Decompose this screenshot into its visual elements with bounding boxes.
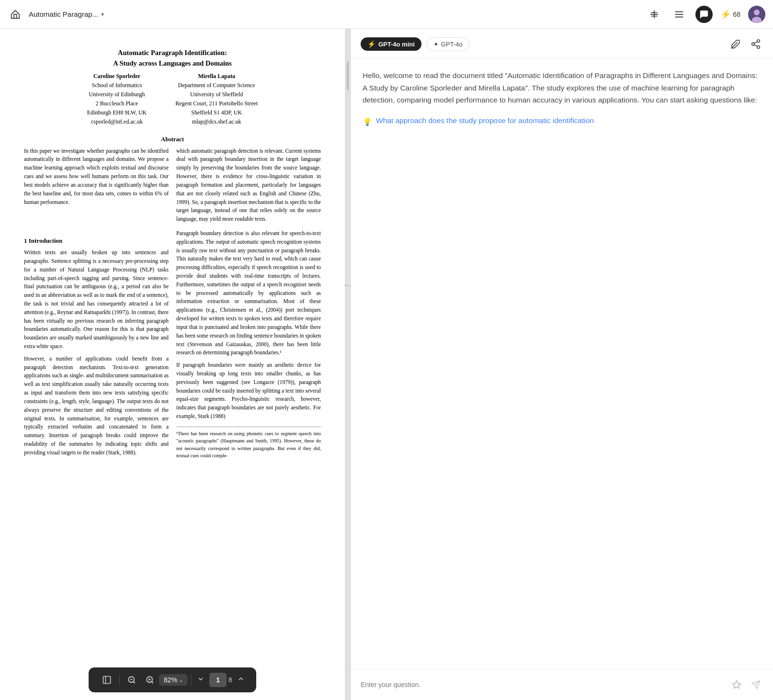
- document-title-area[interactable]: Automatic Paragrap... ▾: [29, 10, 104, 18]
- welcome-message: Hello, welcome to read the document titl…: [363, 69, 762, 106]
- gpt4o-button[interactable]: ✦ GPT-4o: [426, 37, 470, 51]
- chat-icon[interactable]: [695, 6, 713, 23]
- pdf-content[interactable]: Automatic Paragraph Identification: A St…: [0, 29, 345, 663]
- divider-handle: [347, 61, 349, 90]
- right-col-text3: If paragraph boundaries were mainly an a…: [176, 361, 321, 421]
- send-button[interactable]: [748, 677, 763, 692]
- total-pages: 8: [228, 676, 232, 684]
- svg-line-6: [134, 681, 135, 683]
- chat-panel: ⚡ GPT-4o mini ✦ GPT-4o Hello,: [351, 29, 773, 700]
- zoom-level[interactable]: 82% ⌄: [159, 674, 188, 686]
- chat-input-actions: [729, 677, 763, 692]
- chat-header: ⚡ GPT-4o mini ✦ GPT-4o: [351, 29, 773, 58]
- zoom-in-button[interactable]: [141, 673, 159, 687]
- chat-input-area: [351, 669, 773, 700]
- svg-line-9: [152, 681, 153, 683]
- star-icon: ✦: [433, 41, 439, 48]
- suggestion-text: What approach does the study propose for…: [376, 115, 594, 127]
- footnote: ¹There has been research on using phonet…: [176, 427, 321, 460]
- chat-suggestion[interactable]: 💡 What approach does the study propose f…: [363, 115, 762, 128]
- abstract-right-col: which automatic paragraph detection is r…: [176, 147, 321, 224]
- zoom-out-button[interactable]: [123, 673, 141, 687]
- home-icon[interactable]: [8, 7, 23, 22]
- sidebar-toggle-button[interactable]: [97, 672, 116, 688]
- svg-rect-3: [103, 677, 111, 684]
- svg-line-17: [754, 42, 757, 44]
- intro-body: 1 Introduction Written texts are usually…: [24, 229, 321, 460]
- sparkle-icon[interactable]: [729, 677, 744, 692]
- panel-divider: ⋮: [345, 29, 351, 700]
- share-icon[interactable]: [748, 36, 763, 52]
- page-number-input[interactable]: [209, 673, 227, 687]
- abstract-text: In this paper we investigate whether par…: [24, 147, 169, 224]
- zoom-caret: ⌄: [179, 677, 183, 683]
- pdf-authors: Caroline Sporleder School of Informatics…: [24, 72, 321, 127]
- author1: Caroline Sporleder School of Informatics…: [87, 72, 147, 127]
- lightning-icon: ⚡: [367, 40, 375, 48]
- gpt4o-mini-label: GPT-4o mini: [378, 41, 415, 48]
- translate-icon[interactable]: [646, 6, 663, 23]
- svg-point-1: [754, 10, 760, 15]
- zoom-value: 82%: [164, 676, 177, 684]
- toolbar-divider-1: [119, 674, 120, 686]
- document-title: Automatic Paragrap...: [29, 10, 98, 18]
- menu-icon[interactable]: [671, 6, 688, 23]
- main-area: Automatic Paragraph Identification: A St…: [0, 29, 773, 700]
- intro-left: 1 Introduction Written texts are usually…: [24, 229, 169, 460]
- intro-text1: Written texts are usually broken up into…: [24, 248, 169, 351]
- question-icon: 💡: [363, 116, 372, 128]
- topbar: Automatic Paragrap... ▾ ⚡ 68: [0, 0, 773, 29]
- avatar[interactable]: [748, 6, 765, 23]
- lightning-count: ⚡ 68: [720, 9, 740, 20]
- prev-page-button[interactable]: [194, 673, 207, 687]
- pdf-toolbar: 82% ⌄ 8: [89, 667, 256, 692]
- pdf-panel: Automatic Paragraph Identification: A St…: [0, 29, 345, 700]
- svg-point-15: [757, 46, 760, 49]
- chevron-down-icon: ▾: [101, 11, 104, 18]
- toolbar-divider-2: [191, 674, 191, 686]
- svg-marker-18: [733, 681, 741, 689]
- svg-point-13: [757, 40, 760, 43]
- right-col-text2: Paragraph boundary detection is also rel…: [176, 229, 321, 357]
- page-navigation: 8: [194, 673, 248, 687]
- intro-right: Paragraph boundary detection is also rel…: [176, 229, 321, 460]
- svg-line-16: [754, 45, 757, 46]
- chat-messages[interactable]: Hello, welcome to read the document titl…: [351, 58, 773, 669]
- intro-text2: However, a number of applications could …: [24, 355, 169, 457]
- pdf-title: Automatic Paragraph Identification: A St…: [24, 48, 321, 69]
- lightning-icon: ⚡: [720, 9, 731, 20]
- svg-point-14: [752, 43, 755, 45]
- next-page-button[interactable]: [234, 673, 248, 687]
- svg-line-12: [731, 42, 738, 48]
- gpt4o-mini-button[interactable]: ⚡ GPT-4o mini: [361, 37, 421, 51]
- topbar-actions: ⚡ 68: [646, 6, 765, 23]
- intro-title: 1 Introduction: [24, 236, 169, 246]
- abstract-body: In this paper we investigate whether par…: [24, 147, 321, 224]
- author2: Mirella Lapata Department of Computer Sc…: [175, 72, 258, 127]
- chat-input[interactable]: [361, 681, 724, 689]
- gpt4o-label: GPT-4o: [441, 41, 463, 48]
- abstract-title: Abstract: [24, 135, 321, 143]
- lightning-number: 68: [733, 11, 740, 18]
- brush-icon[interactable]: [728, 36, 743, 52]
